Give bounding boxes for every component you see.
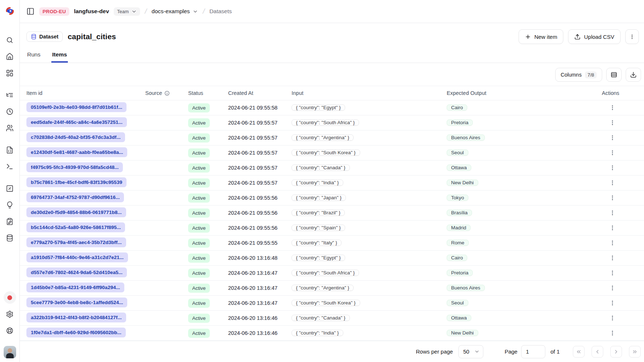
expected-output-cell[interactable]: New Delhi <box>447 330 478 336</box>
search-icon[interactable] <box>4 34 16 46</box>
input-cell[interactable]: { "country": "India" } <box>292 180 343 186</box>
row-kebab-menu-icon[interactable] <box>607 192 618 203</box>
new-item-button[interactable]: New item <box>519 29 564 44</box>
support-lifebuoy-icon[interactable] <box>4 324 16 337</box>
input-cell[interactable]: { "country": "Japan" } <box>292 195 346 201</box>
table-row[interactable]: 69764737-34af-4752-9787-d90df9616... Act… <box>20 191 644 206</box>
lightbulb-icon[interactable] <box>4 199 16 211</box>
row-kebab-menu-icon[interactable] <box>607 102 618 113</box>
item-id-badge[interactable]: f4975c95-5fc3-4939-970d-58fa5cd48... <box>26 162 123 172</box>
expected-output-cell[interactable]: New Delhi <box>447 180 478 186</box>
expected-output-cell[interactable]: Cairo <box>447 255 467 261</box>
users-icon[interactable] <box>4 122 16 134</box>
row-kebab-menu-icon[interactable] <box>607 147 618 158</box>
row-kebab-menu-icon[interactable] <box>607 282 618 293</box>
settings-gear-icon[interactable] <box>4 308 16 320</box>
page-kebab-menu-button[interactable] <box>625 29 639 44</box>
table-row[interactable]: e779a270-579a-4f45-aec4-35b72d3bff... Ac… <box>20 236 644 251</box>
page-number-input[interactable] <box>521 345 545 358</box>
input-cell[interactable]: { "country": "Brazil" } <box>292 210 345 216</box>
item-id-badge[interactable]: a322b319-9412-4f43-b8f2-b20484127f... <box>26 313 126 322</box>
annotation-clipboard-icon[interactable] <box>4 215 16 228</box>
input-cell[interactable]: { "country": "Egypt" } <box>292 104 345 111</box>
item-id-badge[interactable]: 1f0e7da1-dbff-4e60-929d-f6095602bb... <box>26 328 126 337</box>
info-icon[interactable] <box>164 90 170 96</box>
tab-runs[interactable]: Runs <box>26 50 41 63</box>
home-icon[interactable] <box>4 50 16 63</box>
row-kebab-menu-icon[interactable] <box>607 177 618 188</box>
item-id-badge[interactable]: c702838d-24d5-40a2-bf35-67dc3a3df... <box>26 132 125 142</box>
row-kebab-menu-icon[interactable] <box>607 162 618 173</box>
table-row[interactable]: 1d45b0e7-b85a-4231-9149-6ff90a294... Act… <box>20 281 644 296</box>
tab-items[interactable]: Items <box>51 50 68 63</box>
table-row[interactable]: a322b319-9412-4f43-b8f2-b20484127f... Ac… <box>20 311 644 326</box>
expected-output-cell[interactable]: Seoul <box>447 300 468 306</box>
input-cell[interactable]: { "country": "Argentina" } <box>292 285 354 291</box>
first-page-button[interactable] <box>573 346 585 358</box>
expected-output-cell[interactable]: Buenos Aires <box>447 285 485 291</box>
table-row[interactable]: b5c144cd-52a5-4a80-926e-58617f895... Act… <box>20 221 644 236</box>
user-avatar[interactable] <box>4 346 16 358</box>
table-row[interactable]: e12430df-5e81-4687-aabb-f0ea65be8a... Ac… <box>20 145 644 160</box>
prompts-file-icon[interactable] <box>4 144 16 156</box>
evaluation-percent-icon[interactable] <box>4 182 16 195</box>
sidebar-toggle-icon[interactable] <box>26 7 34 15</box>
item-id-badge[interactable]: e779a270-579a-4f45-aec4-35b72d3bff... <box>26 237 126 247</box>
input-cell[interactable]: { "country": "South Africa" } <box>292 270 359 276</box>
expected-output-cell[interactable]: Brasília <box>447 210 472 216</box>
table-row[interactable]: c702838d-24d5-40a2-bf35-67dc3a3df... Act… <box>20 130 644 145</box>
row-kebab-menu-icon[interactable] <box>607 132 618 143</box>
table-row[interactable]: d557e7d6-7802-4624-9da6-52d410ea5... Act… <box>20 266 644 281</box>
previous-page-button[interactable] <box>592 346 603 358</box>
input-cell[interactable]: { "country": "Argentina" } <box>292 134 354 141</box>
table-row[interactable]: f4975c95-5fc3-4939-970d-58fa5cd48... Act… <box>20 160 644 176</box>
row-kebab-menu-icon[interactable] <box>607 222 618 233</box>
expected-output-cell[interactable]: Buenos Aires <box>447 134 485 141</box>
item-id-badge[interactable]: eed5dafe-244f-465c-a84c-4a6e357251... <box>26 117 127 127</box>
next-page-button[interactable] <box>610 346 622 358</box>
rows-per-page-select[interactable]: 50 <box>458 345 483 358</box>
input-cell[interactable]: { "country": "India" } <box>292 330 343 336</box>
item-id-badge[interactable]: a1910d57-7f84-440c-9e46-a31c2d7e21... <box>26 252 128 262</box>
input-cell[interactable]: { "country": "Egypt" } <box>292 255 345 261</box>
item-id-badge[interactable]: d557e7d6-7802-4624-9da6-52d410ea5... <box>26 267 127 277</box>
row-kebab-menu-icon[interactable] <box>607 267 618 278</box>
sessions-clock-icon[interactable] <box>4 105 16 118</box>
row-kebab-menu-icon[interactable] <box>607 207 618 218</box>
table-row[interactable]: a1910d57-7f84-440c-9e46-a31c2d7e21... Ac… <box>20 251 644 266</box>
item-id-badge[interactable]: b5c144cd-52a5-4a80-926e-58617f895... <box>26 222 125 232</box>
expected-output-cell[interactable]: Tokyo <box>447 195 468 201</box>
row-kebab-menu-icon[interactable] <box>607 117 618 128</box>
project-dropdown[interactable]: docs-examples <box>151 8 198 15</box>
expected-output-cell[interactable]: Rome <box>447 240 469 246</box>
row-kebab-menu-icon[interactable] <box>607 313 618 324</box>
table-row[interactable]: b75c7861-1fbe-45cf-bdf6-83f139c95539 Act… <box>20 176 644 191</box>
input-cell[interactable]: { "country": "Italy" } <box>292 240 341 246</box>
table-row[interactable]: de30d2e0-f5d9-4854-88b6-0619771b8... Act… <box>20 206 644 221</box>
expected-output-cell[interactable]: Pretoria <box>447 119 473 126</box>
export-download-button[interactable] <box>626 68 641 82</box>
input-cell[interactable]: { "country": "Spain" } <box>292 225 345 231</box>
org-name[interactable]: langfuse-dev <box>74 8 109 15</box>
input-cell[interactable]: { "country": "South Africa" } <box>292 119 359 126</box>
row-kebab-menu-icon[interactable] <box>607 237 618 248</box>
input-cell[interactable]: { "country": "South Korea" } <box>292 149 360 156</box>
expected-output-cell[interactable]: Pretoria <box>447 270 473 276</box>
table-row[interactable]: 5cee7779-3e00-4eb8-be8c-1affedd524... Ac… <box>20 296 644 311</box>
input-cell[interactable]: { "country": "Canada" } <box>292 165 350 171</box>
item-id-badge[interactable]: 69764737-34af-4752-9787-d90df9616... <box>26 192 124 202</box>
last-page-button[interactable] <box>629 346 641 358</box>
expected-output-cell[interactable]: Ottawa <box>447 315 471 321</box>
table-row[interactable]: 05109ef0-2e3b-4e03-98dd-8f7d01b61f... Ac… <box>20 100 644 115</box>
columns-button[interactable]: Columns 7/8 <box>555 68 602 82</box>
datasets-database-icon[interactable] <box>4 232 16 244</box>
table-row[interactable]: eed5dafe-244f-465c-a84c-4a6e357251... Ac… <box>20 115 644 130</box>
expected-output-cell[interactable]: Ottawa <box>447 165 471 171</box>
item-id-badge[interactable]: 5cee7779-3e00-4eb8-be8c-1affedd524... <box>26 298 127 307</box>
upload-csv-button[interactable]: Upload CSV <box>568 29 621 44</box>
row-height-button[interactable] <box>606 68 622 82</box>
row-kebab-menu-icon[interactable] <box>607 328 618 339</box>
org-logo[interactable] <box>4 5 16 17</box>
item-id-badge[interactable]: de30d2e0-f5d9-4854-88b6-0619771b8... <box>26 207 126 217</box>
item-id-badge[interactable]: 1d45b0e7-b85a-4231-9149-6ff90a294... <box>26 282 124 292</box>
